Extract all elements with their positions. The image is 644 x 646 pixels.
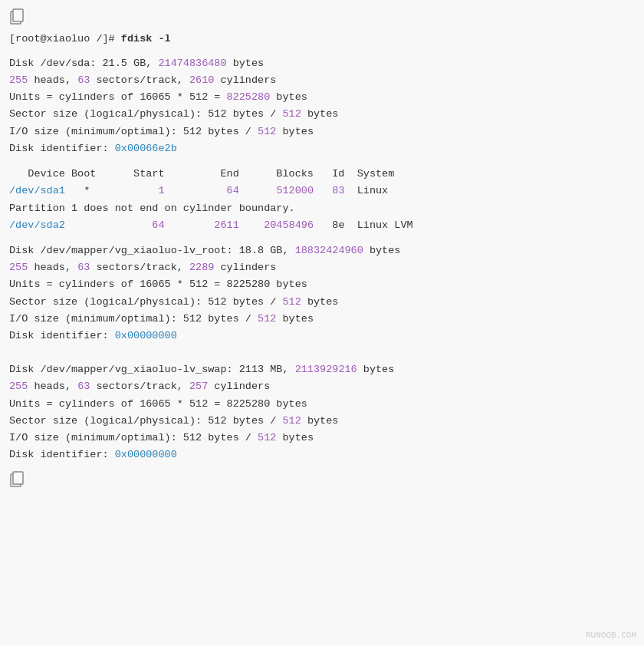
svg-rect-1 — [13, 9, 23, 21]
bottom-copy-icon[interactable] — [9, 470, 635, 490]
output-line-blank4 — [9, 353, 635, 361]
output-line-disk2-sector: Sector size (logical/physical): 512 byte… — [9, 294, 635, 311]
watermark: RUNOOB.COM — [586, 631, 636, 640]
prompt-line: [root@xiaoluo /]# fdisk -l — [9, 31, 635, 48]
output-line-disk1-heads: 255 heads, 63 sectors/track, 2610 cylind… — [9, 72, 635, 89]
output-line-sda1-row: /dev/sda1 * 1 64 512000 83 Linux — [9, 183, 635, 199]
output-line-disk2-units: Units = cylinders of 16065 * 512 = 82252… — [9, 276, 635, 293]
output-line-disk3-sector: Sector size (logical/physical): 512 byte… — [9, 413, 635, 430]
command-text: fdisk -l — [121, 33, 171, 44]
output-line-sda2-row: /dev/sda2 64 2611 20458496 8e Linux LVM — [9, 217, 635, 234]
output-line-disk1-sector: Sector size (logical/physical): 512 byte… — [9, 106, 635, 123]
output-line-disk1-info: Disk /dev/sda: 21.5 GB, 21474836480 byte… — [9, 55, 635, 72]
output-line-partition-warn: Partition 1 does not end on cylinder bou… — [9, 200, 635, 217]
output-line-blank1 — [9, 157, 635, 166]
output-line-disk1-io: I/O size (minimum/optimal): 512 bytes / … — [9, 124, 635, 140]
output-line-disk2-io: I/O size (minimum/optimal): 512 bytes / … — [9, 311, 635, 328]
output-line-disk1-id: Disk identifier: 0x00066e2b — [9, 140, 635, 157]
output-line-blank3 — [9, 344, 635, 353]
output-line-disk3-io: I/O size (minimum/optimal): 512 bytes / … — [9, 430, 635, 447]
output-line-blank2 — [9, 234, 635, 242]
svg-rect-3 — [13, 472, 23, 484]
output-line-disk2-info: Disk /dev/mapper/vg_xiaoluo-lv_root: 18.… — [9, 242, 635, 259]
terminal-output: Disk /dev/sda: 21.5 GB, 21474836480 byte… — [9, 55, 635, 464]
prompt-text: [root@xiaoluo /]# — [9, 33, 121, 44]
output-line-disk3-id: Disk identifier: 0x00000000 — [9, 447, 635, 463]
terminal-window: [root@xiaoluo /]# fdisk -l Disk /dev/sda… — [0, 0, 644, 646]
top-copy-icon[interactable] — [9, 8, 635, 28]
output-line-disk3-info: Disk /dev/mapper/vg_xiaoluo-lv_swap: 211… — [9, 361, 635, 378]
output-line-disk3-units: Units = cylinders of 16065 * 512 = 82252… — [9, 396, 635, 413]
output-line-disk2-heads: 255 heads, 63 sectors/track, 2289 cylind… — [9, 259, 635, 276]
output-line-table-header: Device Boot Start End Blocks Id System — [9, 166, 635, 183]
output-line-disk3-heads: 255 heads, 63 sectors/track, 257 cylinde… — [9, 378, 635, 395]
output-line-disk2-id: Disk identifier: 0x00000000 — [9, 328, 635, 344]
output-line-disk1-units: Units = cylinders of 16065 * 512 = 82252… — [9, 89, 635, 106]
